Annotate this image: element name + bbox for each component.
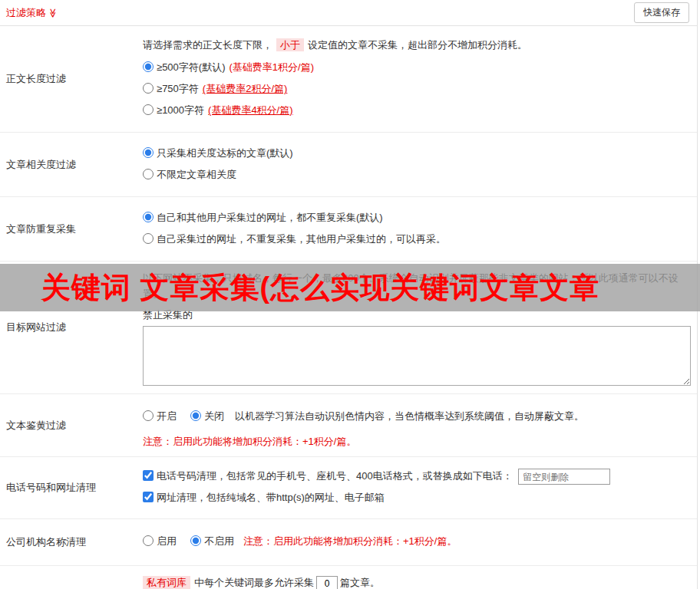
relevance-radio-strict[interactable] <box>143 147 154 158</box>
length-option-500-label: ≥500字符(默认) <box>157 61 225 73</box>
target-site-filter-content: 以下网站不采集，只填域名，每行一个，最多200个。系统会自动识别并屏蔽那些非文章… <box>138 262 697 393</box>
length-filter-content: 请选择需求的正文长度下限，小于设定值的文章不采集，超出部分不增加积分消耗。 ≥5… <box>138 26 697 132</box>
company-cleanup-note: 注意：启用此功能将增加积分消耗：+1积分/篇。 <box>243 535 457 547</box>
relevance-option-any[interactable]: 不限定文章相关度 <box>143 167 691 182</box>
phone-cleanup-checkbox[interactable] <box>143 470 154 481</box>
porn-filter-desc: 以机器学习算法自动识别色情内容，当色情概率达到系统阈值，自动屏蔽文章。 <box>235 410 584 422</box>
url-cleanup-option[interactable]: 网址清理，包括纯域名、带http(s)的网址、电子邮箱 <box>143 492 385 503</box>
phone-cleanup-label-text: 电话号码清理，包括常见的手机号、座机号、400电话格式，或替换成如下电话： <box>157 470 513 482</box>
length-option-500[interactable]: ≥500字符(默认)(基础费率1积分/篇) <box>143 60 691 74</box>
porn-option-on-label: 开启 <box>157 410 177 422</box>
porn-option-off[interactable]: 关闭 <box>190 409 224 424</box>
target-site-filter-label: 目标网站过滤 <box>0 262 138 393</box>
blocked-domains-label: 禁止采集的 <box>143 308 691 323</box>
filter-strategy-toggle[interactable]: 过滤策略≫ <box>6 6 58 20</box>
length-option-1000-label: ≥1000字符 <box>157 104 204 116</box>
phone-url-cleanup-label: 电话号码和网址清理 <box>0 457 138 518</box>
company-option-on[interactable]: 启用 <box>143 534 177 549</box>
company-option-on-label: 启用 <box>157 535 177 547</box>
length-intro-post: 设定值的文章不采集，超出部分不增加积分消耗。 <box>308 39 527 51</box>
porn-filter-options: 开启 关闭 以机器学习算法自动识别色情内容，当色情概率达到系统阈值，自动屏蔽文章… <box>143 406 691 427</box>
dedupe-label: 文章防重复采集 <box>0 197 138 261</box>
porn-filter-note: 注意：启用此功能将增加积分消耗：+1积分/篇。 <box>143 435 691 449</box>
length-intro-pre: 请选择需求的正文长度下限， <box>143 39 272 51</box>
row-dedupe: 文章防重复采集 自己和其他用户采集过的网址，都不重复采集(默认) 自己采集过的网… <box>0 197 697 262</box>
row-relevance-filter: 文章相关度过滤 只采集相关度达标的文章(默认) 不限定文章相关度 <box>0 133 697 197</box>
quick-save-button[interactable]: 快速保存 <box>634 2 689 23</box>
company-cleanup-content: 启用 不启用 注意：启用此功能将增加积分消耗：+1积分/篇。 <box>138 519 697 565</box>
dedupe-content: 自己和其他用户采集过的网址，都不重复采集(默认) 自己采集过的网址，不重复采集，… <box>138 197 697 261</box>
porn-option-on[interactable]: 开启 <box>143 409 177 424</box>
length-option-750-label: ≥750字符 <box>157 83 199 94</box>
private-thesaurus-highlight: 私有词库 <box>143 576 190 589</box>
phone-cleanup-line: 电话号码清理，包括常见的手机号、座机号、400电话格式，或替换成如下电话： <box>143 469 691 485</box>
target-site-desc: 以下网站不采集，只填域名，每行一个，最多200个。系统会自动识别并屏蔽那些非文章… <box>143 270 691 302</box>
dedupe-radio-self[interactable] <box>143 233 154 244</box>
keyword-dedupe-label: 关键词防重复采集 <box>0 566 138 589</box>
length-radio-750[interactable] <box>143 83 154 94</box>
porn-filter-content: 开启 关闭 以机器学习算法自动识别色情内容，当色情概率达到系统阈值，自动屏蔽文章… <box>138 394 697 456</box>
row-length-filter: 正文长度过滤 请选择需求的正文长度下限，小于设定值的文章不采集，超出部分不增加积… <box>0 26 697 133</box>
dedupe-option-self[interactable]: 自己采集过的网址，不重复采集，其他用户采集过的，可以再采。 <box>143 232 691 246</box>
row-company-cleanup: 公司机构名称清理 启用 不启用 注意：启用此功能将增加积分消耗：+1积分/篇。 <box>0 519 697 566</box>
keyword-dedupe-content: 私有词库中每个关键词最多允许采集篇文章。 如果留空或设为0，则不限篇数。 如果设… <box>138 566 697 589</box>
row-phone-url-cleanup: 电话号码和网址清理 电话号码清理，包括常见的手机号、座机号、400电话格式，或替… <box>0 457 697 519</box>
dedupe-option-self-label: 自己采集过的网址，不重复采集，其他用户采集过的，可以再采。 <box>157 233 446 245</box>
relevance-radio-any[interactable] <box>143 169 154 179</box>
relevance-option-any-label: 不限定文章相关度 <box>157 169 236 180</box>
url-cleanup-line: 网址清理，包括纯域名、带http(s)的网址、电子邮箱 <box>143 490 691 505</box>
less-than-highlight: 小于 <box>276 38 304 51</box>
blocked-domains-textarea[interactable] <box>143 326 691 386</box>
porn-radio-off[interactable] <box>190 410 201 421</box>
company-option-off-label: 不启用 <box>204 535 234 547</box>
keyword-limit-input[interactable] <box>316 576 338 589</box>
phone-url-cleanup-content: 电话号码清理，包括常见的手机号、座机号、400电话格式，或替换成如下电话： 网址… <box>138 457 697 518</box>
relevance-option-strict[interactable]: 只采集相关度达标的文章(默认) <box>143 146 691 160</box>
url-cleanup-checkbox[interactable] <box>143 492 154 502</box>
company-cleanup-options: 启用 不启用 注意：启用此功能将增加积分消耗：+1积分/篇。 <box>143 531 691 552</box>
length-option-500-fee: (基础费率1积分/篇) <box>229 61 314 73</box>
row-keyword-dedupe: 关键词防重复采集 私有词库中每个关键词最多允许采集篇文章。 如果留空或设为0，则… <box>0 566 697 589</box>
company-radio-on[interactable] <box>143 535 154 546</box>
length-intro: 请选择需求的正文长度下限，小于设定值的文章不采集，超出部分不增加积分消耗。 <box>143 38 691 53</box>
length-option-1000[interactable]: ≥1000字符(基础费率4积分/篇) <box>143 103 691 117</box>
length-option-1000-fee: (基础费率4积分/篇) <box>208 104 293 116</box>
length-radio-500[interactable] <box>143 61 154 72</box>
length-option-750[interactable]: ≥750字符(基础费率2积分/篇) <box>143 81 691 96</box>
page-title: 过滤策略 <box>6 7 46 18</box>
company-cleanup-label: 公司机构名称清理 <box>0 519 138 565</box>
relevance-filter-content: 只采集相关度达标的文章(默认) 不限定文章相关度 <box>138 133 697 196</box>
relevance-option-strict-label: 只采集相关度达标的文章(默认) <box>157 147 293 159</box>
keyword-limit-mid: 中每个关键词最多允许采集 <box>194 577 314 588</box>
length-filter-label: 正文长度过滤 <box>0 26 138 132</box>
porn-filter-label: 文本鉴黄过滤 <box>0 394 138 456</box>
dedupe-radio-global[interactable] <box>143 212 154 222</box>
row-porn-filter: 文本鉴黄过滤 开启 关闭 以机器学习算法自动识别色情内容，当色情概率达到系统阈值… <box>0 394 697 457</box>
length-radio-1000[interactable] <box>143 104 154 115</box>
porn-radio-on[interactable] <box>143 410 154 421</box>
filter-strategy-page: 过滤策略≫ 快速保存 正文长度过滤 请选择需求的正文长度下限，小于设定值的文章不… <box>0 0 700 589</box>
company-radio-off[interactable] <box>190 535 201 546</box>
porn-option-off-label: 关闭 <box>204 410 224 422</box>
keyword-limit-line: 私有词库中每个关键词最多允许采集篇文章。 <box>143 575 691 589</box>
company-option-off[interactable]: 不启用 <box>190 534 234 549</box>
replacement-phone-input[interactable] <box>518 469 610 485</box>
row-target-site-filter: 目标网站过滤 以下网站不采集，只填域名，每行一个，最多200个。系统会自动识别并… <box>0 262 697 394</box>
settings-panel: 过滤策略≫ 快速保存 正文长度过滤 请选择需求的正文长度下限，小于设定值的文章不… <box>0 0 698 589</box>
length-option-750-fee: (基础费率2积分/篇) <box>203 83 288 94</box>
chevron-down-icon: ≫ <box>48 8 58 18</box>
phone-cleanup-option[interactable]: 电话号码清理，包括常见的手机号、座机号、400电话格式，或替换成如下电话： <box>143 470 515 482</box>
dedupe-option-global-label: 自己和其他用户采集过的网址，都不重复采集(默认) <box>157 212 383 223</box>
relevance-filter-label: 文章相关度过滤 <box>0 133 138 196</box>
keyword-limit-end: 篇文章。 <box>340 577 380 588</box>
toolbar: 过滤策略≫ 快速保存 <box>0 0 697 26</box>
url-cleanup-label-text: 网址清理，包括纯域名、带http(s)的网址、电子邮箱 <box>157 492 385 503</box>
dedupe-option-global[interactable]: 自己和其他用户采集过的网址，都不重复采集(默认) <box>143 210 691 225</box>
